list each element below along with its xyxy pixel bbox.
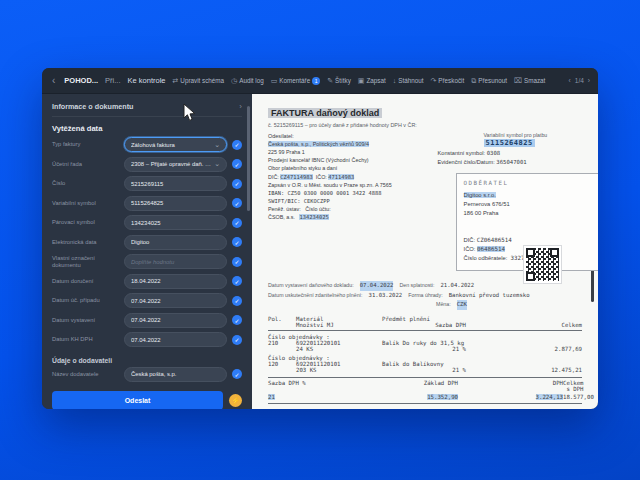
confirmed-check-icon[interactable]: ✓ bbox=[232, 335, 242, 345]
field-value: 07.04.2022 bbox=[131, 337, 220, 343]
submit-button[interactable]: Odeslat bbox=[52, 391, 223, 409]
delete-button[interactable]: ⌧ Smazat bbox=[514, 77, 545, 85]
comment-icon: ▭ bbox=[271, 77, 278, 85]
breadcrumb-queue[interactable]: POHOD... bbox=[64, 76, 98, 85]
currency-highlight[interactable]: CZK bbox=[457, 300, 467, 310]
field-row-pairing-symbol: Párovací symbol 134234025 ✓ bbox=[52, 215, 242, 230]
document-viewer[interactable]: FAKTURA daňový doklad č. 5215269115 – pr… bbox=[252, 94, 598, 409]
comments-button[interactable]: ▭ Komentáře 1 bbox=[271, 77, 320, 85]
field-row-accounting-series: Účetní řada 2308 – Přijaté opravné daň. … bbox=[52, 157, 242, 172]
confirmed-check-icon[interactable]: ✓ bbox=[232, 369, 242, 379]
accounting-date-input[interactable]: 07.04.2022 bbox=[124, 293, 227, 308]
supply-date-label: Datum uskutečnění zdanitelného plnění: bbox=[268, 291, 363, 301]
confirmed-check-icon[interactable]: ✓ bbox=[232, 296, 242, 306]
field-row-electronic-data: Elektronická data Digitoo ✓ bbox=[52, 235, 242, 250]
confirmed-check-icon[interactable]: ✓ bbox=[232, 257, 242, 267]
confirmed-check-icon[interactable]: ✓ bbox=[232, 198, 242, 208]
variable-symbol-highlight[interactable]: 5115264825 bbox=[484, 139, 535, 147]
supplier-name-input[interactable]: Česká pošta, s.p. bbox=[124, 367, 227, 382]
vat-summary-values: 21 15.352,90 3.224,13 18.577,00 bbox=[268, 394, 582, 400]
variable-symbol-label: Variabilní symbol pro platbu bbox=[438, 132, 582, 138]
field-row-supplier-name: Název dodavatele Česká pošta, s.p. ✓ bbox=[52, 367, 242, 382]
tags-label: Štítky bbox=[335, 77, 351, 84]
iban-line: IBAN: CZ50 0300 0000 0001 3422 4888 bbox=[268, 189, 438, 197]
vat-report-date-input[interactable]: 07.04.2022 bbox=[124, 332, 227, 347]
audit-log-label: Audit log bbox=[239, 77, 264, 84]
item-pos: 210 bbox=[268, 340, 296, 346]
sidebar-scrollbar[interactable] bbox=[247, 106, 250, 211]
number-input[interactable]: 5215269115 bbox=[124, 176, 227, 191]
confirmed-check-icon[interactable]: ✓ bbox=[232, 179, 242, 189]
bank-label: Peněž. ústav: bbox=[268, 206, 301, 212]
pager-next-icon[interactable]: › bbox=[588, 77, 590, 84]
delivery-date-input[interactable]: 18.04.2022 bbox=[124, 274, 227, 289]
edit-schema-label: Upravit schéma bbox=[180, 77, 224, 84]
issue-date-highlight[interactable]: 07.04.2022 bbox=[360, 281, 394, 291]
variable-symbol-input[interactable]: 5115264825 bbox=[124, 196, 227, 211]
sender-block: Odesílatel: Česká pošta, s.p., Politický… bbox=[268, 132, 438, 271]
customer-ico-highlight[interactable]: 06486514 bbox=[477, 246, 505, 252]
move-button[interactable]: ⧉ Přesunout bbox=[471, 77, 507, 85]
trash-icon: ⌧ bbox=[514, 77, 522, 85]
move-label: Přesunout bbox=[478, 77, 507, 84]
sender-dic-highlight[interactable]: CZ47114983 bbox=[280, 174, 312, 180]
tags-button[interactable]: ✎ Štítky bbox=[327, 77, 351, 85]
constant-symbol-label: Konstantní symbol: bbox=[438, 150, 486, 156]
account-line: ČSOB, a.s. 134234025 bbox=[268, 213, 438, 221]
sum-h-base: Základ DPH bbox=[348, 380, 458, 392]
back-chevron-icon[interactable]: ‹ bbox=[50, 76, 57, 86]
invoice-subtitle: č. 5215269115 – pro účely daně z přidané… bbox=[268, 122, 582, 128]
skip-button[interactable]: ↷ Přeskočit bbox=[430, 77, 464, 85]
breadcrumb-status[interactable]: Ke kontrole bbox=[128, 76, 166, 85]
customer-ico-label: IČO: bbox=[464, 246, 476, 252]
page-pager: ‹ 1/4 › bbox=[569, 77, 590, 84]
field-label: Vlastní označení dokumentu bbox=[52, 255, 124, 268]
field-label: Elektronická data bbox=[52, 239, 124, 246]
confirmed-check-icon[interactable]: ✓ bbox=[232, 159, 242, 169]
pager-prev-icon[interactable]: ‹ bbox=[569, 77, 571, 84]
evidence-number-value: 365047001 bbox=[496, 159, 526, 165]
confirmed-check-icon[interactable]: ✓ bbox=[232, 140, 242, 150]
field-label: Účetní řada bbox=[52, 161, 124, 168]
field-value: Česká pošta, s.p. bbox=[131, 371, 220, 377]
invoice-type-select[interactable]: Zálohová faktura ⌄ bbox=[124, 137, 227, 152]
electronic-data-input[interactable]: Digitoo bbox=[124, 235, 227, 250]
sum-rate-highlight[interactable]: 21 bbox=[268, 394, 275, 400]
post-button[interactable]: ▣ Zapsat bbox=[358, 77, 386, 85]
document-info-header[interactable]: Informace o dokumentu › bbox=[52, 100, 242, 117]
top-toolbar: ‹ POHOD... Při... Ke kontrole ⇄ Upravit … bbox=[42, 68, 598, 94]
submit-row: Odeslat ⚡ bbox=[52, 386, 242, 409]
sum-base-highlight[interactable]: 15.352,90 bbox=[427, 394, 458, 400]
document-info-title: Informace o dokumentu bbox=[52, 102, 133, 111]
sender-name-highlight[interactable]: Česká pošta, s.p., Politických vězňů 909… bbox=[268, 141, 369, 147]
item-total: 2.877,69 bbox=[466, 346, 582, 352]
audit-log-button[interactable]: ◷ Audit log bbox=[231, 77, 264, 85]
item-vat: 21 % bbox=[376, 367, 466, 373]
due-date-value: 21.04.2022 bbox=[440, 281, 474, 291]
sender-city: 225 99 Praha 1 bbox=[268, 148, 438, 156]
confirmed-check-icon[interactable]: ✓ bbox=[232, 276, 242, 286]
confirmed-check-icon[interactable]: ✓ bbox=[232, 218, 242, 228]
tag-icon: ✎ bbox=[327, 77, 333, 85]
confirmed-check-icon[interactable]: ✓ bbox=[232, 237, 242, 247]
field-label: Datum KH DPH bbox=[52, 336, 124, 343]
issue-date-input[interactable]: 07.04.2022 bbox=[124, 313, 227, 328]
field-row-invoice-type: Typ faktury Zálohová faktura ⌄ ✓ bbox=[52, 137, 242, 152]
pairing-symbol-input[interactable]: 134234025 bbox=[124, 215, 227, 230]
confirmed-check-icon[interactable]: ✓ bbox=[232, 315, 242, 325]
account-labels: Peněž. ústav: Číslo účtu: bbox=[268, 205, 438, 213]
assistant-icon[interactable]: ⚡ bbox=[229, 394, 242, 407]
account-number-highlight[interactable]: 134234025 bbox=[299, 214, 328, 220]
sender-label: Odesílatel: bbox=[268, 132, 438, 140]
sum-vat-highlight[interactable]: 3.224,13 bbox=[536, 394, 563, 400]
sender-ico-highlight[interactable]: 47114983 bbox=[328, 174, 354, 180]
accounting-series-select[interactable]: 2308 – Přijaté opravné daň. doklady ⌄ bbox=[124, 157, 227, 172]
download-button[interactable]: ↓ Stáhnout bbox=[393, 77, 424, 84]
breadcrumb-subqueue[interactable]: Při... bbox=[105, 76, 120, 85]
field-row-vat-report-date: Datum KH DPH 07.04.2022 ✓ bbox=[52, 332, 242, 347]
customer-name-highlight[interactable]: Digitoo s.r.o. bbox=[464, 192, 496, 198]
sum-h-vat: DPH bbox=[458, 380, 563, 392]
customer-number-label: Číslo odběratele: bbox=[464, 255, 508, 261]
edit-schema-button[interactable]: ⇄ Upravit schéma bbox=[172, 77, 224, 85]
custom-label-input[interactable]: Doplňte hodnotu bbox=[124, 254, 227, 269]
